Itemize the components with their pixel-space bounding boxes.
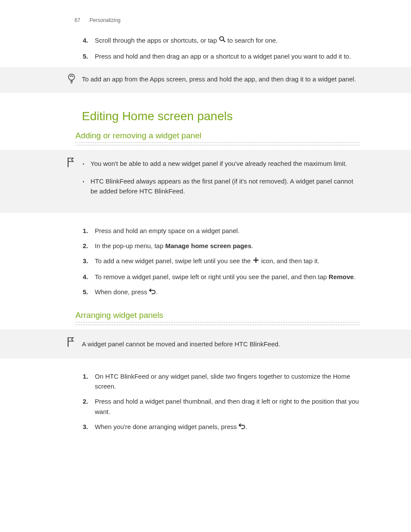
step-number: 1. xyxy=(83,371,88,381)
sub1-steps: 1.Press and hold an empty space on a wid… xyxy=(0,226,411,298)
step-text: When done, press xyxy=(95,288,149,296)
subsection-heading-adding: Adding or removing a widget panel xyxy=(75,131,359,143)
step-text: Press and hold an empty space on a widge… xyxy=(95,227,240,234)
step-text: to search for one. xyxy=(226,37,278,44)
step-text: To remove a widget panel, swipe left or … xyxy=(95,273,329,280)
note-text: A widget panel cannot be moved and inser… xyxy=(82,340,280,348)
step-text: . xyxy=(246,423,247,430)
intro-steps: 4.Scroll through the apps or shortcuts, … xyxy=(0,35,411,61)
tip-text: To add an app from the Apps screen, pres… xyxy=(82,75,356,83)
step-item: 5.When done, press . xyxy=(95,287,359,298)
back-icon xyxy=(149,287,156,297)
flag-icon xyxy=(67,157,75,171)
svg-point-2 xyxy=(68,74,75,80)
sub2-steps: 1.On HTC BlinkFeed or any widget panel, … xyxy=(0,371,411,432)
step-number: 3. xyxy=(83,422,88,432)
note-bullet: You won't be able to add a new widget pa… xyxy=(90,159,359,168)
note-bullet: HTC BlinkFeed always appears as the firs… xyxy=(90,176,359,196)
tip-callout: To add an app from the Apps screen, pres… xyxy=(0,67,411,93)
plus-icon xyxy=(252,256,259,266)
page-number: 67 xyxy=(75,17,80,23)
step-number: 4. xyxy=(83,272,88,282)
divider xyxy=(75,324,359,325)
step-bold-text: Remove xyxy=(329,273,354,280)
flag-icon xyxy=(67,336,75,350)
step-text: Press and hold a widget panel thumbnail,… xyxy=(95,398,359,415)
step-text: When you're done arranging widget panels… xyxy=(95,423,239,430)
step-text: Press and hold and then drag an app or a… xyxy=(95,53,351,60)
step-bold-text: Manage home screen pages xyxy=(165,242,251,249)
step-item: 3.When you're done arranging widget pane… xyxy=(95,422,359,432)
svg-line-1 xyxy=(223,40,225,42)
step-item: 2.Press and hold a widget panel thumbnai… xyxy=(95,396,359,417)
step-text: . xyxy=(252,242,253,249)
note-callout: You won't be able to add a new widget pa… xyxy=(0,150,411,213)
step-text: In the pop-up menu, tap xyxy=(95,242,165,249)
section-heading: Editing Home screen panels xyxy=(82,109,359,123)
step-text: Scroll through the apps or shortcuts, or… xyxy=(95,37,219,44)
step-text: icon, and then tap it. xyxy=(259,257,319,264)
page-header: 67 Personalizing xyxy=(0,17,411,35)
step-item: 2.In the pop-up menu, tap Manage home sc… xyxy=(95,241,359,251)
subsection-heading-arranging: Arranging widget panels xyxy=(75,311,359,323)
step-text: To add a new widget panel, swipe left un… xyxy=(95,257,252,264)
page: 67 Personalizing 4.Scroll through the ap… xyxy=(0,0,411,432)
step-number: 1. xyxy=(83,226,88,236)
step-item: 5.Press and hold and then drag an app or… xyxy=(95,51,359,61)
step-number: 5. xyxy=(83,287,88,297)
note-callout: A widget panel cannot be moved and inser… xyxy=(0,330,411,358)
page-section-label: Personalizing xyxy=(90,17,121,23)
step-item: 3.To add a new widget panel, swipe left … xyxy=(95,256,359,267)
step-number: 3. xyxy=(83,256,88,266)
step-item: 1.Press and hold an empty space on a wid… xyxy=(95,226,359,236)
step-number: 2. xyxy=(83,241,88,251)
step-item: 4.Scroll through the apps or shortcuts, … xyxy=(95,35,359,46)
step-text: . xyxy=(156,288,158,296)
step-item: 1.On HTC BlinkFeed or any widget panel, … xyxy=(95,371,359,392)
step-item: 4.To remove a widget panel, swipe left o… xyxy=(95,272,359,282)
step-number: 4. xyxy=(83,35,88,45)
back-icon xyxy=(239,422,246,432)
step-number: 2. xyxy=(83,396,88,406)
lightbulb-icon xyxy=(67,73,76,87)
divider xyxy=(75,145,359,146)
step-text: On HTC BlinkFeed or any widget panel, sl… xyxy=(95,373,350,390)
step-number: 5. xyxy=(83,51,88,61)
search-icon xyxy=(219,35,226,45)
step-text: . xyxy=(354,273,355,280)
